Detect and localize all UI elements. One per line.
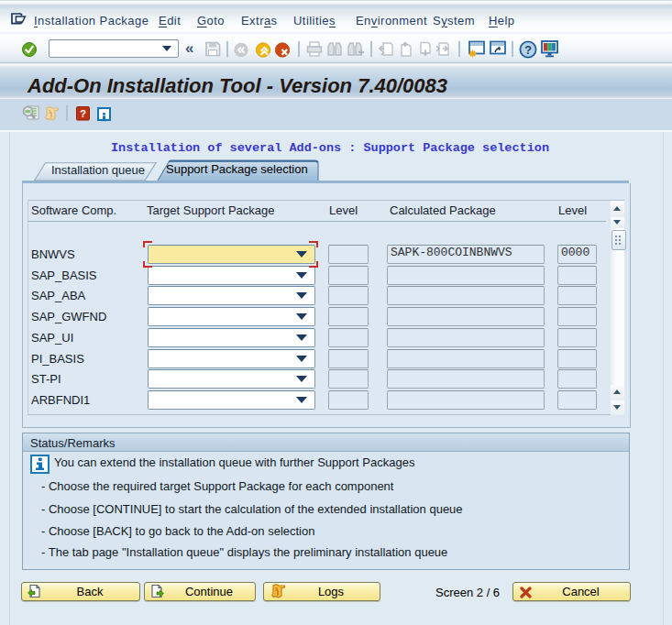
svg-text:?: ? [524,44,532,57]
svg-text:?: ? [80,108,86,119]
